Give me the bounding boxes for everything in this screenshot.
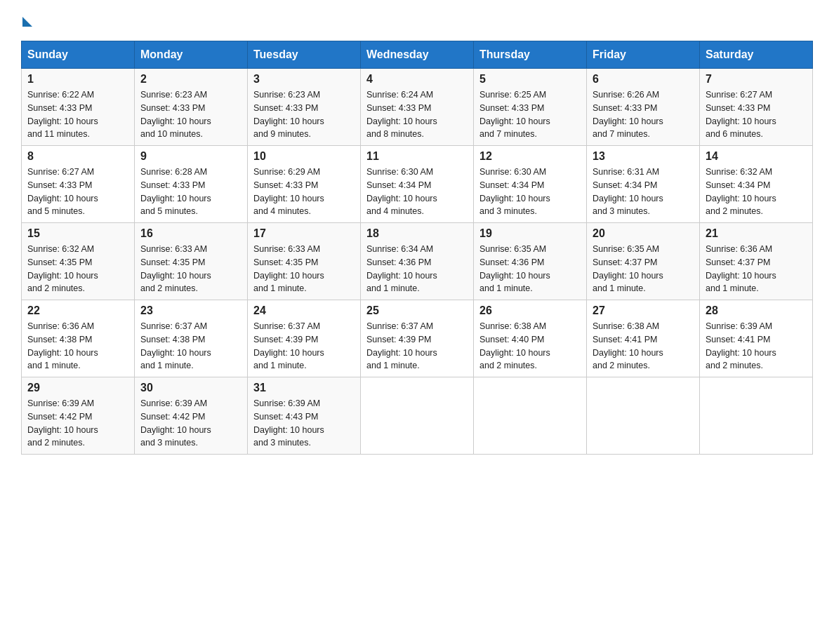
day-number: 31 xyxy=(253,382,355,394)
calendar-cell: 18 Sunrise: 6:34 AMSunset: 4:36 PMDaylig… xyxy=(361,223,474,300)
calendar-cell: 25 Sunrise: 6:37 AMSunset: 4:39 PMDaylig… xyxy=(361,300,474,377)
day-number: 19 xyxy=(479,227,581,240)
calendar-cell: 21 Sunrise: 6:36 AMSunset: 4:37 PMDaylig… xyxy=(700,223,813,300)
day-number: 13 xyxy=(593,150,694,163)
calendar-cell: 16 Sunrise: 6:33 AMSunset: 4:35 PMDaylig… xyxy=(135,223,248,300)
calendar-header-row: SundayMondayTuesdayWednesdayThursdayFrid… xyxy=(22,41,813,69)
calendar-week-row: 8 Sunrise: 6:27 AMSunset: 4:33 PMDayligh… xyxy=(22,146,813,223)
day-info: Sunrise: 6:39 AMSunset: 4:41 PMDaylight:… xyxy=(706,320,807,373)
day-info: Sunrise: 6:24 AMSunset: 4:33 PMDaylight:… xyxy=(366,88,468,141)
calendar-cell: 9 Sunrise: 6:28 AMSunset: 4:33 PMDayligh… xyxy=(135,146,248,223)
day-number: 10 xyxy=(253,150,355,163)
day-info: Sunrise: 6:22 AMSunset: 4:33 PMDaylight:… xyxy=(27,88,128,141)
day-info: Sunrise: 6:33 AMSunset: 4:35 PMDaylight:… xyxy=(140,243,241,295)
day-info: Sunrise: 6:39 AMSunset: 4:43 PMDaylight:… xyxy=(253,397,355,450)
calendar-cell: 27 Sunrise: 6:38 AMSunset: 4:41 PMDaylig… xyxy=(587,300,700,377)
calendar-cell: 24 Sunrise: 6:37 AMSunset: 4:39 PMDaylig… xyxy=(248,300,361,377)
calendar-cell: 11 Sunrise: 6:30 AMSunset: 4:34 PMDaylig… xyxy=(361,146,474,223)
day-info: Sunrise: 6:39 AMSunset: 4:42 PMDaylight:… xyxy=(140,397,241,450)
calendar-cell: 31 Sunrise: 6:39 AMSunset: 4:43 PMDaylig… xyxy=(248,377,361,455)
day-number: 4 xyxy=(366,73,468,86)
day-number: 23 xyxy=(140,304,241,317)
day-info: Sunrise: 6:31 AMSunset: 4:34 PMDaylight:… xyxy=(593,166,694,218)
calendar-cell xyxy=(587,377,700,455)
column-header-thursday: Thursday xyxy=(474,41,587,69)
day-number: 22 xyxy=(27,304,128,317)
day-number: 2 xyxy=(140,73,241,86)
day-info: Sunrise: 6:32 AMSunset: 4:35 PMDaylight:… xyxy=(27,243,128,295)
calendar-cell: 29 Sunrise: 6:39 AMSunset: 4:42 PMDaylig… xyxy=(22,377,135,455)
day-info: Sunrise: 6:37 AMSunset: 4:38 PMDaylight:… xyxy=(140,320,241,373)
day-number: 21 xyxy=(706,227,807,240)
calendar-cell: 7 Sunrise: 6:27 AMSunset: 4:33 PMDayligh… xyxy=(700,69,813,146)
calendar-cell: 23 Sunrise: 6:37 AMSunset: 4:38 PMDaylig… xyxy=(135,300,248,377)
column-header-monday: Monday xyxy=(135,41,248,69)
calendar-week-row: 29 Sunrise: 6:39 AMSunset: 4:42 PMDaylig… xyxy=(22,377,813,455)
day-info: Sunrise: 6:36 AMSunset: 4:37 PMDaylight:… xyxy=(706,243,807,295)
page-header xyxy=(21,14,813,27)
calendar-cell: 22 Sunrise: 6:36 AMSunset: 4:38 PMDaylig… xyxy=(22,300,135,377)
day-info: Sunrise: 6:37 AMSunset: 4:39 PMDaylight:… xyxy=(253,320,355,373)
column-header-tuesday: Tuesday xyxy=(248,41,361,69)
day-info: Sunrise: 6:27 AMSunset: 4:33 PMDaylight:… xyxy=(27,166,128,218)
calendar-cell: 12 Sunrise: 6:30 AMSunset: 4:34 PMDaylig… xyxy=(474,146,587,223)
calendar-cell: 5 Sunrise: 6:25 AMSunset: 4:33 PMDayligh… xyxy=(474,69,587,146)
calendar-cell: 17 Sunrise: 6:33 AMSunset: 4:35 PMDaylig… xyxy=(248,223,361,300)
day-number: 30 xyxy=(140,382,241,394)
day-info: Sunrise: 6:38 AMSunset: 4:40 PMDaylight:… xyxy=(479,320,581,373)
day-info: Sunrise: 6:23 AMSunset: 4:33 PMDaylight:… xyxy=(140,88,241,141)
calendar-cell: 19 Sunrise: 6:35 AMSunset: 4:36 PMDaylig… xyxy=(474,223,587,300)
day-number: 25 xyxy=(366,304,468,317)
calendar-cell: 3 Sunrise: 6:23 AMSunset: 4:33 PMDayligh… xyxy=(248,69,361,146)
day-info: Sunrise: 6:30 AMSunset: 4:34 PMDaylight:… xyxy=(479,166,581,218)
day-number: 18 xyxy=(366,227,468,240)
day-number: 14 xyxy=(706,150,807,163)
day-info: Sunrise: 6:30 AMSunset: 4:34 PMDaylight:… xyxy=(366,166,468,218)
calendar-cell: 15 Sunrise: 6:32 AMSunset: 4:35 PMDaylig… xyxy=(22,223,135,300)
day-info: Sunrise: 6:27 AMSunset: 4:33 PMDaylight:… xyxy=(706,88,807,141)
calendar-week-row: 15 Sunrise: 6:32 AMSunset: 4:35 PMDaylig… xyxy=(22,223,813,300)
day-info: Sunrise: 6:38 AMSunset: 4:41 PMDaylight:… xyxy=(593,320,694,373)
day-number: 15 xyxy=(27,227,128,240)
calendar-cell: 28 Sunrise: 6:39 AMSunset: 4:41 PMDaylig… xyxy=(700,300,813,377)
day-number: 8 xyxy=(27,150,128,163)
calendar-week-row: 22 Sunrise: 6:36 AMSunset: 4:38 PMDaylig… xyxy=(22,300,813,377)
calendar-cell: 4 Sunrise: 6:24 AMSunset: 4:33 PMDayligh… xyxy=(361,69,474,146)
logo-triangle-icon xyxy=(22,17,32,27)
day-number: 7 xyxy=(706,73,807,86)
day-info: Sunrise: 6:34 AMSunset: 4:36 PMDaylight:… xyxy=(366,243,468,295)
day-number: 28 xyxy=(706,304,807,317)
day-info: Sunrise: 6:37 AMSunset: 4:39 PMDaylight:… xyxy=(366,320,468,373)
calendar-cell: 10 Sunrise: 6:29 AMSunset: 4:33 PMDaylig… xyxy=(248,146,361,223)
day-number: 27 xyxy=(593,304,694,317)
calendar-week-row: 1 Sunrise: 6:22 AMSunset: 4:33 PMDayligh… xyxy=(22,69,813,146)
day-number: 16 xyxy=(140,227,241,240)
day-info: Sunrise: 6:23 AMSunset: 4:33 PMDaylight:… xyxy=(253,88,355,141)
calendar-cell xyxy=(700,377,813,455)
day-info: Sunrise: 6:32 AMSunset: 4:34 PMDaylight:… xyxy=(706,166,807,218)
calendar-cell: 20 Sunrise: 6:35 AMSunset: 4:37 PMDaylig… xyxy=(587,223,700,300)
logo xyxy=(21,14,32,27)
calendar-cell: 26 Sunrise: 6:38 AMSunset: 4:40 PMDaylig… xyxy=(474,300,587,377)
column-header-sunday: Sunday xyxy=(22,41,135,69)
column-header-wednesday: Wednesday xyxy=(361,41,474,69)
calendar-cell: 1 Sunrise: 6:22 AMSunset: 4:33 PMDayligh… xyxy=(22,69,135,146)
calendar-cell: 13 Sunrise: 6:31 AMSunset: 4:34 PMDaylig… xyxy=(587,146,700,223)
day-number: 6 xyxy=(593,73,694,86)
day-info: Sunrise: 6:33 AMSunset: 4:35 PMDaylight:… xyxy=(253,243,355,295)
calendar-cell: 14 Sunrise: 6:32 AMSunset: 4:34 PMDaylig… xyxy=(700,146,813,223)
day-number: 26 xyxy=(479,304,581,317)
day-info: Sunrise: 6:29 AMSunset: 4:33 PMDaylight:… xyxy=(253,166,355,218)
column-header-friday: Friday xyxy=(587,41,700,69)
day-info: Sunrise: 6:26 AMSunset: 4:33 PMDaylight:… xyxy=(593,88,694,141)
day-info: Sunrise: 6:28 AMSunset: 4:33 PMDaylight:… xyxy=(140,166,241,218)
day-number: 20 xyxy=(593,227,694,240)
column-header-saturday: Saturday xyxy=(700,41,813,69)
calendar-cell: 2 Sunrise: 6:23 AMSunset: 4:33 PMDayligh… xyxy=(135,69,248,146)
day-number: 9 xyxy=(140,150,241,163)
day-number: 17 xyxy=(253,227,355,240)
day-info: Sunrise: 6:25 AMSunset: 4:33 PMDaylight:… xyxy=(479,88,581,141)
day-number: 24 xyxy=(253,304,355,317)
day-number: 29 xyxy=(27,382,128,394)
calendar-cell: 30 Sunrise: 6:39 AMSunset: 4:42 PMDaylig… xyxy=(135,377,248,455)
